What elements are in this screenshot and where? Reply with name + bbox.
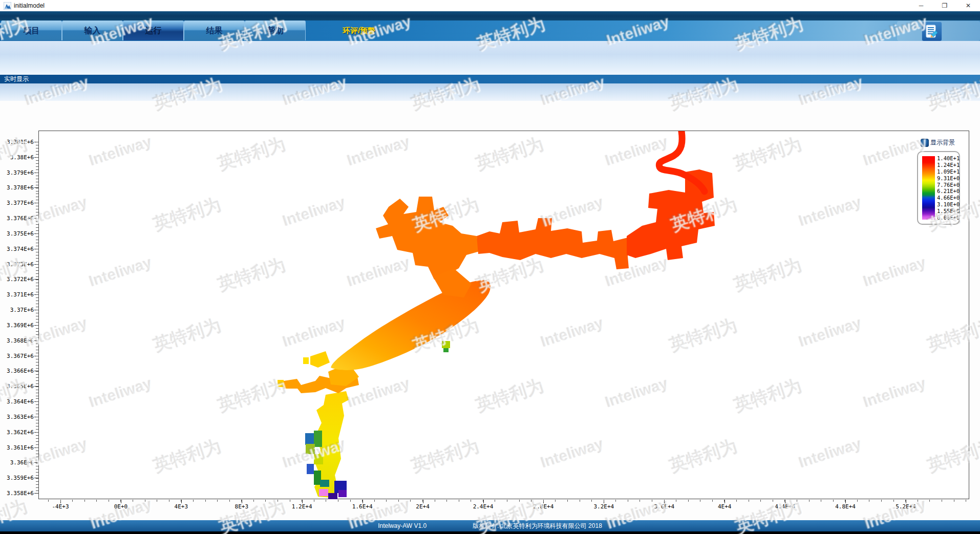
y-tick-label: 3.376E+6 [0, 215, 34, 222]
ribbon-top-strip [0, 11, 980, 20]
y-tick-label: 3.373E+6 [0, 261, 34, 268]
y-tick-label: 3.365E+6 [0, 383, 34, 390]
status-bar: Intelway-AW V1.0 版权所有: 北京英特利为环境科技有限公司 20… [0, 520, 980, 531]
x-tick-label: 4.4E+4 [767, 503, 803, 510]
y-tick-label: 3.374E+6 [0, 246, 34, 252]
x-tick-label: 2E+4 [405, 503, 441, 510]
show-background-checkbox[interactable] [921, 139, 929, 147]
minimize-button[interactable]: ─ [909, 0, 933, 11]
legend-value: 9.31E+0 [937, 175, 960, 181]
x-tick-label: 1.6E+4 [345, 503, 380, 510]
map-middle-channel [477, 218, 629, 269]
x-tick-label: 5.2E+4 [888, 503, 924, 510]
tab-input[interactable]: 输入 [62, 20, 123, 40]
window-title: initialmodel [14, 2, 45, 9]
y-tick-label: 3.361E+6 [0, 444, 34, 451]
legend-value: 1.40E+1 [937, 155, 960, 161]
map-star-junction [376, 197, 479, 297]
legend-value: 6.21E+0 [937, 188, 960, 194]
x-tick-label: 0E+0 [103, 503, 139, 510]
x-tick-label: 3.6E+4 [646, 503, 682, 510]
legend-value: 3.10E+0 [937, 201, 960, 207]
legend-value: 1.09E+1 [937, 168, 960, 175]
legend-value: 7.76E+0 [937, 182, 960, 188]
x-tick-label: 8E+3 [224, 503, 260, 510]
legend-value: 4.66E+0 [937, 195, 960, 201]
y-tick-label: 3.362E+6 [0, 429, 34, 436]
window-controls: ─ ❐ ✕ [909, 0, 980, 11]
color-scale-legend: 1.40E+11.24E+11.09E+19.31E+07.76E+06.21E… [917, 151, 960, 225]
y-tick-label: 3.378E+6 [0, 184, 34, 191]
run-toolbar: 运行模型 已运行 0%。 暂停运行 终止运行 错误信息 [0, 41, 980, 75]
y-tick-label: 3.38E+6 [0, 154, 34, 161]
maximize-button[interactable]: ❐ [933, 0, 956, 11]
realtime-controls-row: 关闭图形显示 指标 水温 水层 1 输出间隔(小时) 自定义图谱 显示网格 出入… [0, 83, 980, 101]
map-south-tail [305, 391, 349, 499]
x-tick-label: 4E+4 [707, 503, 742, 510]
status-copyright: 版权所有: 北京英特利为环境科技有限公司 2018 [473, 522, 602, 530]
y-tick-label: 3.369E+6 [0, 322, 34, 329]
x-tick-label: 2.4E+4 [465, 503, 501, 510]
x-tick-label: 4.8E+4 [827, 503, 863, 510]
legend-value: 1.24E+1 [937, 162, 960, 168]
application-window: initialmodel ─ ❐ ✕ 项目输入运行结果帮助 环评/预警 运行模型 [0, 0, 980, 534]
tab-results[interactable]: 结果 [184, 20, 245, 40]
y-tick-label: 3.366E+6 [0, 368, 34, 374]
app-icon [4, 2, 11, 10]
map-upstream-snake [659, 131, 705, 191]
y-tick-label: 3.359E+6 [0, 475, 34, 481]
tab-project[interactable]: 项目 [1, 20, 62, 40]
color-scale-values: 1.40E+11.24E+11.09E+19.31E+07.76E+06.21E… [937, 155, 960, 221]
legend-value: 1.55E+0 [937, 208, 960, 214]
y-axis-minor-ticks [36, 142, 38, 494]
color-scale-bar [922, 156, 935, 220]
y-tick-label: 3.381E+6 [0, 139, 34, 145]
x-axis-minor-ticks [48, 500, 969, 502]
y-tick-label: 3.37E+6 [0, 307, 34, 313]
title-bar: initialmodel ─ ❐ ✕ [0, 0, 980, 11]
close-button[interactable]: ✕ [956, 0, 980, 11]
y-tick-label: 3.377E+6 [0, 200, 34, 206]
ribbon-tab-row: 项目输入运行结果帮助 [0, 20, 980, 41]
x-tick-label: 3.2E+4 [586, 503, 622, 510]
y-tick-label: 3.372E+6 [0, 276, 34, 283]
document-edit-glyph [925, 25, 939, 39]
status-app-version: Intelway-AW V1.0 [378, 522, 427, 529]
map-northeast-reach [627, 131, 715, 260]
y-tick-label: 3.358E+6 [0, 490, 34, 497]
window-bottom-edge [0, 531, 980, 534]
document-edit-icon[interactable] [922, 22, 942, 41]
legend-value: 0.00E+0 [937, 215, 960, 221]
tab-run[interactable]: 运行 [123, 20, 184, 40]
y-tick-label: 3.36E+6 [0, 459, 34, 466]
ribbon-highlight-label: 环评/预警 [315, 20, 402, 41]
y-tick-label: 3.379E+6 [0, 169, 34, 176]
y-tick-label: 3.371E+6 [0, 291, 34, 298]
y-tick-label: 3.367E+6 [0, 353, 34, 359]
y-tick-label: 3.375E+6 [0, 230, 34, 237]
show-background-label: 显示背景 [930, 138, 955, 147]
y-tick-label: 3.363E+6 [0, 414, 34, 420]
x-tick-label: 1.2E+4 [284, 503, 320, 510]
y-tick-label: 3.368E+6 [0, 337, 34, 344]
x-tick-label: 2.8E+4 [525, 503, 561, 510]
tab-help[interactable]: 帮助 [245, 20, 306, 40]
water-temperature-heatmap [39, 131, 969, 499]
realtime-section-header: 实时显示 [0, 75, 980, 83]
x-tick-label: -4E+3 [42, 503, 78, 510]
x-tick-label: 4E+3 [163, 503, 199, 510]
y-tick-label: 3.364E+6 [0, 398, 34, 405]
